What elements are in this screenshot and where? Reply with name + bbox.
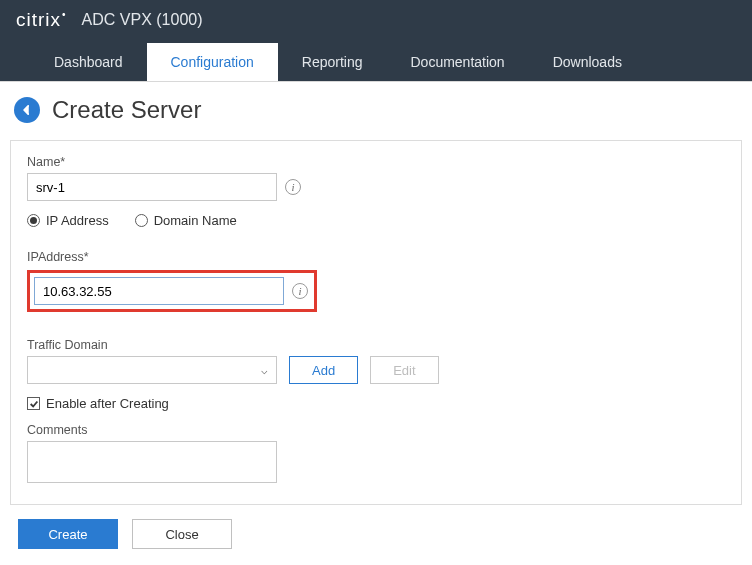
- comments-label: Comments: [27, 423, 725, 437]
- traffic-domain-select[interactable]: ⌵: [27, 356, 277, 384]
- footer-actions: Create Close: [0, 505, 752, 565]
- radio-domain-name[interactable]: Domain Name: [135, 213, 237, 228]
- create-button[interactable]: Create: [18, 519, 118, 549]
- ipaddress-highlight: i: [27, 270, 317, 312]
- page-title: Create Server: [52, 96, 201, 124]
- chevron-down-icon: ⌵: [261, 364, 268, 377]
- radio-icon: [135, 214, 148, 227]
- info-icon[interactable]: i: [285, 179, 301, 195]
- radio-domain-label: Domain Name: [154, 213, 237, 228]
- page-header: Create Server: [0, 82, 752, 140]
- enable-after-creating-checkbox[interactable]: Enable after Creating: [27, 396, 725, 411]
- tab-reporting[interactable]: Reporting: [278, 43, 387, 81]
- name-label: Name*: [27, 155, 725, 169]
- name-input[interactable]: [27, 173, 277, 201]
- close-button[interactable]: Close: [132, 519, 232, 549]
- arrow-left-icon: [20, 103, 34, 117]
- tab-documentation[interactable]: Documentation: [386, 43, 528, 81]
- back-button[interactable]: [14, 97, 40, 123]
- nav-tabs: Dashboard Configuration Reporting Docume…: [0, 40, 752, 82]
- brand-logo: citrix•: [16, 9, 68, 31]
- enable-after-label: Enable after Creating: [46, 396, 169, 411]
- checkbox-icon: [27, 397, 40, 410]
- radio-ip-address[interactable]: IP Address: [27, 213, 109, 228]
- ipaddress-label: IPAddress*: [27, 250, 725, 264]
- tab-configuration[interactable]: Configuration: [147, 43, 278, 81]
- brand-text: citrix: [16, 9, 61, 31]
- add-button[interactable]: Add: [289, 356, 358, 384]
- edit-button: Edit: [370, 356, 438, 384]
- product-name: ADC VPX (1000): [82, 11, 203, 29]
- traffic-domain-label: Traffic Domain: [27, 338, 725, 352]
- comments-textarea[interactable]: [27, 441, 277, 483]
- ipaddress-input[interactable]: [34, 277, 284, 305]
- radio-icon: [27, 214, 40, 227]
- tab-dashboard[interactable]: Dashboard: [30, 43, 147, 81]
- info-icon[interactable]: i: [292, 283, 308, 299]
- tab-downloads[interactable]: Downloads: [529, 43, 646, 81]
- form-panel: Name* i IP Address Domain Name IPAddress…: [10, 140, 742, 505]
- radio-ip-label: IP Address: [46, 213, 109, 228]
- address-type-radio-group: IP Address Domain Name: [27, 213, 725, 228]
- top-bar: citrix• ADC VPX (1000): [0, 0, 752, 40]
